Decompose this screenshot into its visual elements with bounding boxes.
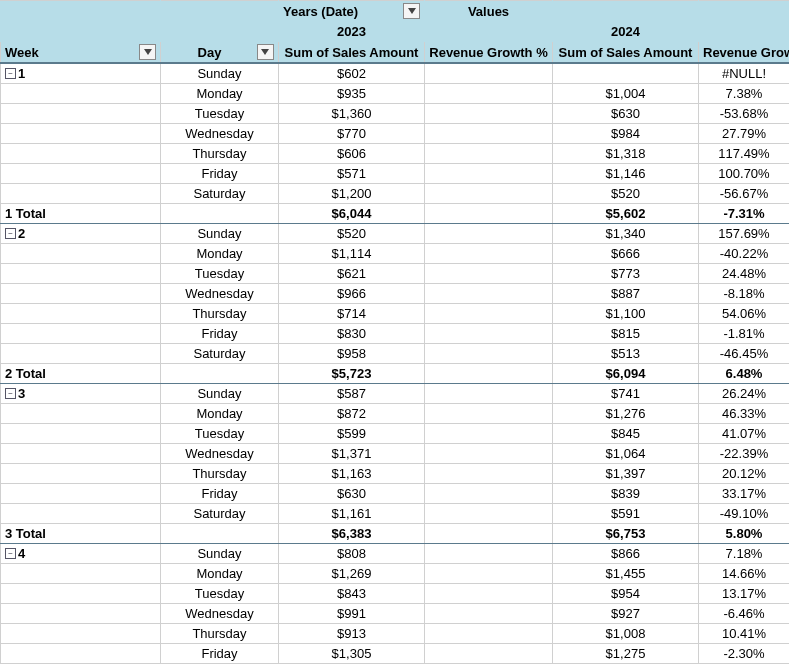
day-cell: Thursday xyxy=(161,624,279,644)
collapse-icon[interactable]: − xyxy=(5,548,16,559)
growth-2023-cell xyxy=(425,224,553,244)
growth-2024-cell: 54.06% xyxy=(699,304,790,324)
collapse-icon[interactable]: − xyxy=(5,228,16,239)
table-row: Friday$571$1,146100.70% xyxy=(1,164,790,184)
sales-2023-header: Sum of Sales Amount xyxy=(279,42,425,64)
growth-2023-cell xyxy=(425,184,553,204)
sales-2024-cell: $1,064 xyxy=(553,444,699,464)
table-row: −3Sunday$587$74126.24% xyxy=(1,384,790,404)
growth-2023-header: Revenue Growth % xyxy=(425,42,553,64)
sales-2024-cell: $666 xyxy=(553,244,699,264)
week-cell-empty xyxy=(1,84,161,104)
week-dropdown-icon[interactable] xyxy=(139,44,156,60)
sales-2023-cell: $587 xyxy=(279,384,425,404)
total-growth-2024: 6.48% xyxy=(699,364,790,384)
growth-2023-cell xyxy=(425,63,553,84)
day-cell: Wednesday xyxy=(161,124,279,144)
sales-2024-cell: $815 xyxy=(553,324,699,344)
growth-2024-cell: -56.67% xyxy=(699,184,790,204)
collapse-icon[interactable]: − xyxy=(5,388,16,399)
day-cell: Saturday xyxy=(161,184,279,204)
day-cell: Monday xyxy=(161,404,279,424)
total-row: 1 Total$6,044$5,602-7.31% xyxy=(1,204,790,224)
sales-2024-cell xyxy=(553,63,699,84)
week-cell-empty xyxy=(1,124,161,144)
week-cell-empty xyxy=(1,144,161,164)
total-label: 1 Total xyxy=(1,204,161,224)
sales-2023-cell: $843 xyxy=(279,584,425,604)
growth-2024-cell: 46.33% xyxy=(699,404,790,424)
growth-2023-cell xyxy=(425,464,553,484)
growth-2023-cell xyxy=(425,564,553,584)
sales-2024-cell: $520 xyxy=(553,184,699,204)
growth-2024-cell: 7.38% xyxy=(699,84,790,104)
week-cell: −2 xyxy=(1,224,161,244)
sales-2024-cell: $839 xyxy=(553,484,699,504)
total-label: 2 Total xyxy=(1,364,161,384)
table-row: Thursday$1,163$1,39720.12% xyxy=(1,464,790,484)
table-row: Monday$872$1,27646.33% xyxy=(1,404,790,424)
sales-2024-cell: $866 xyxy=(553,544,699,564)
table-row: Wednesday$770$98427.79% xyxy=(1,124,790,144)
growth-2024-cell: 157.69% xyxy=(699,224,790,244)
day-cell: Tuesday xyxy=(161,264,279,284)
day-cell: Sunday xyxy=(161,384,279,404)
collapse-icon[interactable]: − xyxy=(5,68,16,79)
sales-2023-cell: $630 xyxy=(279,484,425,504)
day-cell: Friday xyxy=(161,164,279,184)
table-row: Saturday$1,200$520-56.67% xyxy=(1,184,790,204)
day-cell: Saturday xyxy=(161,344,279,364)
day-cell: Sunday xyxy=(161,224,279,244)
pivot-table: Years (Date) Values 2023 2024 Week xyxy=(0,0,789,664)
values-label: Values xyxy=(425,1,553,22)
sales-2024-cell: $1,340 xyxy=(553,224,699,244)
sales-2024-cell: $1,146 xyxy=(553,164,699,184)
week-cell-empty xyxy=(1,324,161,344)
total-label: 3 Total xyxy=(1,524,161,544)
header-row-years: Years (Date) Values xyxy=(1,1,790,22)
growth-2024-cell: -49.10% xyxy=(699,504,790,524)
day-cell: Tuesday xyxy=(161,584,279,604)
growth-2024-cell: -53.68% xyxy=(699,104,790,124)
week-header-label: Week xyxy=(5,45,39,60)
table-row: Monday$1,114$666-40.22% xyxy=(1,244,790,264)
sales-2024-cell: $1,008 xyxy=(553,624,699,644)
sales-2023-cell: $714 xyxy=(279,304,425,324)
table-row: Tuesday$1,360$630-53.68% xyxy=(1,104,790,124)
sales-2024-cell: $1,455 xyxy=(553,564,699,584)
growth-2023-cell xyxy=(425,264,553,284)
sales-2024-cell: $741 xyxy=(553,384,699,404)
sales-2024-cell: $513 xyxy=(553,344,699,364)
growth-2024-cell: 20.12% xyxy=(699,464,790,484)
week-cell: −1 xyxy=(1,63,161,84)
years-dropdown-icon[interactable] xyxy=(403,3,420,19)
growth-2023-cell xyxy=(425,244,553,264)
years-date-label: Years (Date) xyxy=(283,4,358,19)
growth-2024-cell: 41.07% xyxy=(699,424,790,444)
week-cell-empty xyxy=(1,644,161,664)
table-row: Friday$630$83933.17% xyxy=(1,484,790,504)
sales-2023-cell: $770 xyxy=(279,124,425,144)
sales-2023-cell: $958 xyxy=(279,344,425,364)
table-row: Thursday$913$1,00810.41% xyxy=(1,624,790,644)
table-row: Thursday$714$1,10054.06% xyxy=(1,304,790,324)
day-cell: Wednesday xyxy=(161,604,279,624)
week-cell-empty xyxy=(1,104,161,124)
table-row: Saturday$1,161$591-49.10% xyxy=(1,504,790,524)
growth-2023-cell xyxy=(425,544,553,564)
growth-2024-cell: 26.24% xyxy=(699,384,790,404)
week-cell-empty xyxy=(1,464,161,484)
week-cell-empty xyxy=(1,424,161,444)
growth-2023-cell xyxy=(425,644,553,664)
week-number: 3 xyxy=(18,386,25,401)
growth-2023-cell xyxy=(425,444,553,464)
growth-2024-cell: 14.66% xyxy=(699,564,790,584)
sales-2023-cell: $1,305 xyxy=(279,644,425,664)
week-cell-empty xyxy=(1,504,161,524)
table-row: −1Sunday$602#NULL! xyxy=(1,63,790,84)
day-dropdown-icon[interactable] xyxy=(257,44,274,60)
week-cell-empty xyxy=(1,404,161,424)
table-row: Monday$935$1,0047.38% xyxy=(1,84,790,104)
week-cell: −4 xyxy=(1,544,161,564)
sales-2023-cell: $966 xyxy=(279,284,425,304)
